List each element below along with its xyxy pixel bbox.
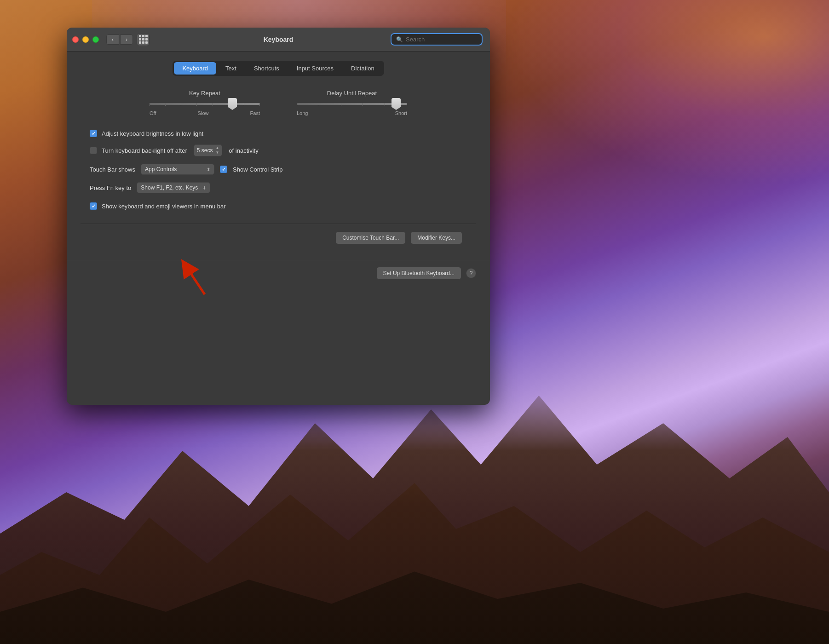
key-repeat-label: Key Repeat [189, 90, 220, 97]
backlight-label-after: of inactivity [229, 147, 258, 154]
touch-bar-arrow: ⬍ [207, 167, 210, 172]
stepper-up[interactable]: ▲ [215, 146, 219, 150]
help-button[interactable]: ? [466, 268, 476, 278]
backlight-stepper[interactable]: ▲ ▼ [215, 146, 219, 155]
key-repeat-slow-label: Slow [198, 110, 209, 116]
close-button[interactable] [72, 36, 79, 43]
traffic-lights [72, 36, 99, 43]
delay-repeat-sublabels: Long Short [297, 110, 407, 116]
window-title: Keyboard [264, 36, 294, 43]
backlight-label-before: Turn keyboard backlight off after [102, 147, 187, 154]
sliders-section: Key Repeat [81, 90, 476, 116]
emoji-viewer-checkbox[interactable]: ✓ [90, 202, 97, 210]
fn-key-arrow: ⬍ [202, 185, 206, 190]
modifier-keys-button[interactable]: Modifier Keys... [410, 231, 462, 244]
brightness-check-mark: ✓ [92, 131, 96, 137]
backlight-time-select[interactable]: 5 secs ▲ ▼ [194, 144, 223, 156]
backlight-row: Turn keyboard backlight off after 5 secs… [90, 144, 467, 156]
delay-repeat-thumb[interactable] [391, 98, 401, 110]
grid-button[interactable] [137, 33, 150, 46]
key-repeat-sublabels: Off Slow Fast [150, 110, 260, 116]
touch-bar-value: App Controls [145, 166, 177, 172]
maximize-button[interactable] [92, 36, 99, 43]
delay-repeat-ticks [297, 103, 407, 106]
delay-repeat-slider-container [297, 102, 407, 105]
fn-key-row: Press Fn key to Show F1, F2, etc. Keys ⬍ [90, 182, 467, 193]
search-icon: 🔍 [396, 36, 403, 43]
touch-bar-dropdown[interactable]: App Controls ⬍ [141, 164, 214, 175]
back-button[interactable]: ‹ [106, 34, 119, 45]
stepper-down[interactable]: ▼ [215, 150, 219, 155]
show-control-strip-label: Show Control Strip [233, 166, 282, 173]
key-repeat-ticks [150, 103, 260, 106]
delay-short-label: Short [395, 110, 407, 116]
backlight-checkbox[interactable] [90, 147, 97, 154]
window-content: Keyboard Text Shortcuts Input Sources Di… [67, 52, 490, 261]
help-icon: ? [470, 270, 473, 276]
key-repeat-fast-label: Fast [250, 110, 260, 116]
search-input[interactable] [406, 36, 477, 43]
delay-repeat-group: Delay Until Repeat [297, 90, 407, 116]
titlebar: ‹ › Keyboard 🔍 [67, 28, 490, 52]
key-repeat-thumb[interactable] [228, 98, 237, 110]
touch-bar-label: Touch Bar shows [90, 166, 135, 173]
minimize-button[interactable] [82, 36, 89, 43]
backlight-time-value: 5 secs [197, 147, 213, 154]
delay-long-label: Long [297, 110, 308, 116]
customise-touch-bar-button[interactable]: Customise Touch Bar... [335, 231, 406, 244]
emoji-viewer-label: Show keyboard and emoji viewers in menu … [102, 203, 226, 210]
tabs-bar: Keyboard Text Shortcuts Input Sources Di… [173, 61, 384, 76]
tab-input-sources[interactable]: Input Sources [288, 62, 342, 75]
fn-key-value: Show F1, F2, etc. Keys [141, 184, 198, 191]
brightness-row: ✓ Adjust keyboard brightness in low ligh… [90, 130, 467, 137]
keyboard-preferences-window: ‹ › Keyboard 🔍 Keyboard Text Shortcuts I… [67, 28, 490, 405]
delay-repeat-label: Delay Until Repeat [327, 90, 377, 97]
emoji-viewer-row: ✓ Show keyboard and emoji viewers in men… [90, 202, 467, 210]
sky-glow [507, 0, 829, 184]
tab-text[interactable]: Text [217, 62, 245, 75]
bluetooth-keyboard-button[interactable]: Set Up Bluetooth Keyboard... [376, 267, 461, 280]
forward-button[interactable]: › [120, 34, 133, 45]
tab-shortcuts[interactable]: Shortcuts [246, 62, 288, 75]
search-box[interactable]: 🔍 [391, 33, 483, 46]
tab-dictation[interactable]: Dictation [343, 62, 383, 75]
settings-section: ✓ Adjust keyboard brightness in low ligh… [81, 130, 476, 210]
key-repeat-group: Key Repeat [150, 90, 260, 116]
footer-bar: Set Up Bluetooth Keyboard... ? [67, 261, 490, 285]
key-repeat-slider-container [150, 102, 260, 105]
fn-key-label: Press Fn key to [90, 184, 131, 191]
show-control-strip-checkbox[interactable]: ✓ [220, 166, 227, 173]
emoji-viewer-checkmark: ✓ [92, 203, 96, 209]
key-repeat-off-label: Off [150, 110, 156, 116]
tab-keyboard[interactable]: Keyboard [174, 62, 216, 75]
action-buttons: Customise Touch Bar... Modifier Keys... [81, 224, 476, 252]
nav-buttons: ‹ › [106, 34, 133, 45]
show-control-strip-checkmark: ✓ [222, 167, 226, 172]
delay-repeat-track [297, 103, 407, 105]
fn-key-dropdown[interactable]: Show F1, F2, etc. Keys ⬍ [137, 182, 210, 193]
touch-bar-row: Touch Bar shows App Controls ⬍ ✓ Show Co… [90, 164, 467, 175]
key-repeat-track [150, 103, 260, 105]
brightness-checkbox[interactable]: ✓ [90, 130, 97, 137]
brightness-label: Adjust keyboard brightness in low light [102, 130, 203, 137]
grid-icon [139, 35, 148, 44]
